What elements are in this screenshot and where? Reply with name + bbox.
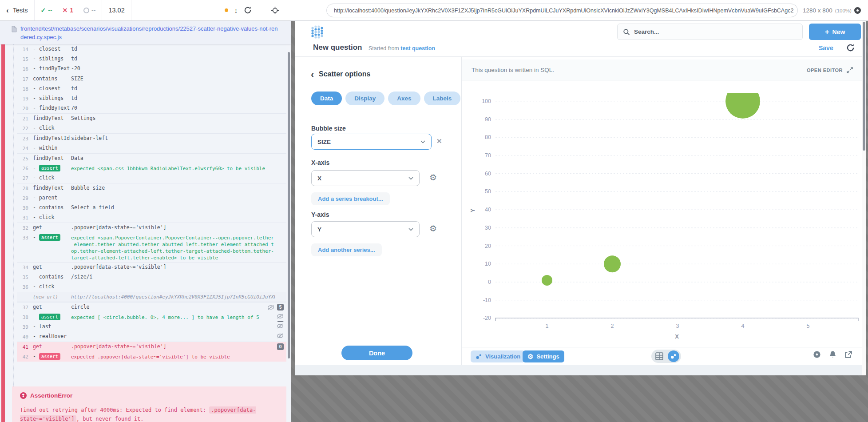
new-button[interactable]: + New — [809, 24, 861, 40]
add-another-series-button[interactable]: Add another series... — [311, 243, 382, 256]
tab-display[interactable]: Display — [345, 92, 384, 105]
back-to-tests-button[interactable]: ‹ Tests — [0, 0, 35, 20]
open-editor-button[interactable]: OPEN EDITOR — [807, 60, 853, 80]
chevron-down-icon — [408, 177, 413, 180]
share-icon[interactable] — [844, 351, 852, 358]
command-name: - siblings — [33, 55, 71, 63]
command-number: 37 — [17, 303, 28, 311]
sidebar-back-header[interactable]: ‹ Scatter options — [311, 69, 370, 79]
bubble-size-select[interactable]: SIZE — [311, 134, 432, 150]
chart-pane: This question is written in SQL. OPEN ED… — [462, 57, 862, 347]
refresh-icon — [846, 44, 855, 52]
command-row[interactable]: 36- click — [17, 282, 286, 292]
command-row[interactable]: 38- assertexpected [ <circle.bubble._0>,… — [17, 312, 286, 322]
y-tick-label: -10 — [483, 297, 491, 303]
command-row[interactable]: 27- click — [17, 173, 286, 183]
command-row[interactable]: 42- assertexpected .popover[data-state~=… — [17, 352, 286, 362]
visualization-button[interactable]: Visualization — [471, 350, 525, 362]
command-name: contains — [33, 75, 71, 83]
spec-header[interactable]: frontend/test/metabase/scenarios/visuali… — [0, 21, 291, 44]
command-row[interactable]: 19- siblingstd — [17, 94, 286, 104]
restart-tests-button[interactable] — [244, 6, 252, 14]
command-row[interactable]: 39- last — [17, 322, 286, 332]
command-row[interactable]: 35- contains/size/i — [17, 272, 286, 282]
command-row[interactable]: 18- closesttd — [17, 84, 286, 94]
save-button[interactable]: Save — [819, 44, 833, 52]
command-row[interactable]: 16- findByText-20 — [17, 64, 286, 74]
command-row[interactable]: 34get.popover[data-state~='visible'] — [17, 262, 286, 272]
command-row[interactable]: 21findByTextSettings — [17, 113, 286, 123]
assert-badge: assert — [39, 353, 60, 360]
table-icon[interactable] — [655, 352, 663, 360]
tab-data[interactable]: Data — [311, 92, 342, 105]
command-row[interactable]: 28findByTextBubble size — [17, 183, 286, 193]
command-number: 26 — [17, 164, 28, 172]
command-row[interactable]: 17containsSIZE — [17, 74, 286, 84]
add-series-breakout-button[interactable]: Add a series breakout... — [311, 192, 390, 205]
x-axis-select[interactable]: X — [311, 170, 420, 186]
command-row[interactable]: 37getcircle5 — [17, 302, 286, 312]
bell-icon[interactable] — [829, 350, 836, 358]
x-tick-label: 2 — [611, 323, 614, 329]
scatter-bubble[interactable] — [725, 84, 760, 119]
tab-labels[interactable]: Labels — [424, 92, 461, 105]
bubble-series — [542, 84, 760, 286]
done-button[interactable]: Done — [341, 346, 412, 360]
settings-button[interactable]: ⚙ Settings — [523, 350, 564, 362]
chevron-down-icon — [408, 228, 413, 231]
aut-url-bar[interactable]: http://localhost:4000/question#eyJkYXRhc… — [326, 4, 798, 17]
command-message: expected <span.css-1bhbkwm-RadioLabelTex… — [71, 164, 275, 172]
question-subtitle: Started from test question — [369, 45, 435, 52]
command-number: 30 — [17, 204, 28, 212]
command-row[interactable]: 32get.popover[data-state~='visible'] — [17, 223, 286, 233]
command-row[interactable]: 31- click — [17, 213, 286, 223]
command-message: td — [71, 85, 275, 93]
command-number: 24 — [17, 144, 28, 152]
x-tick-label: 4 — [741, 323, 745, 329]
command-message: /size/i — [71, 273, 275, 281]
refresh-question-button[interactable] — [846, 44, 855, 54]
metabase-app: Search... + New New question Started fro… — [295, 21, 866, 375]
info-circle-icon[interactable] — [854, 7, 861, 14]
app-scrollbar[interactable] — [862, 21, 866, 375]
command-row[interactable]: 41get.popover[data-state~='visible']0 — [17, 342, 286, 352]
command-number: 14 — [17, 45, 28, 53]
selector-playground-button[interactable] — [271, 6, 279, 15]
command-message — [71, 323, 275, 331]
download-icon[interactable] — [813, 350, 821, 358]
source-question-link[interactable]: test question — [400, 45, 435, 52]
command-row[interactable]: 40- realHover — [17, 332, 286, 342]
search-input[interactable]: Search... — [617, 24, 803, 40]
y-axis-settings-gear-icon[interactable]: ⚙ — [429, 224, 437, 233]
command-row[interactable]: 29- parent — [17, 193, 286, 203]
tab-axes[interactable]: Axes — [388, 92, 420, 105]
command-row[interactable]: 30- containsSelect a field — [17, 203, 286, 213]
command-row[interactable]: 24- within — [17, 143, 286, 153]
command-row[interactable]: 23findByTestIdsidebar-left — [17, 133, 286, 143]
auto-scroll-icon[interactable]: ↕ — [234, 7, 238, 14]
command-row[interactable]: 14- closesttd — [17, 44, 286, 54]
command-message — [71, 144, 275, 152]
command-row[interactable]: 26- assertexpected <span.css-1bhbkwm-Rad… — [17, 163, 286, 173]
passed-stat[interactable]: ✓ -- — [41, 7, 52, 14]
failed-stat[interactable]: ✕ 1 — [63, 7, 74, 14]
scatter-bubble[interactable] — [604, 255, 621, 272]
reporter-scrollbar[interactable] — [288, 52, 290, 358]
pending-stat[interactable]: -- — [83, 7, 95, 14]
scatter-chart[interactable]: 1009080706050403020100-10-2012345XY — [462, 81, 862, 347]
command-row[interactable]: 22- click — [17, 123, 286, 133]
command-row[interactable]: 20- findByText70 — [17, 104, 286, 113]
command-row[interactable]: 25findByTextData — [17, 153, 286, 163]
command-message: SIZE — [71, 75, 275, 83]
command-row[interactable]: 33- assertexpected <span.PopoverContaine… — [17, 233, 286, 262]
scrollbar-thumb[interactable] — [863, 22, 865, 151]
y-axis-select[interactable]: Y — [311, 221, 420, 237]
x-axis-settings-gear-icon[interactable]: ⚙ — [429, 173, 437, 182]
chart-view-toggle[interactable] — [668, 350, 679, 362]
command-row[interactable]: 15- siblingstd — [17, 54, 286, 64]
scatter-bubble[interactable] — [542, 275, 552, 286]
new-url-row[interactable]: (new url)http://localhost:4000/question#… — [17, 292, 286, 302]
metabase-logo[interactable] — [311, 24, 324, 40]
file-icon — [12, 26, 17, 32]
clear-bubble-size-icon[interactable]: ✕ — [436, 137, 442, 145]
